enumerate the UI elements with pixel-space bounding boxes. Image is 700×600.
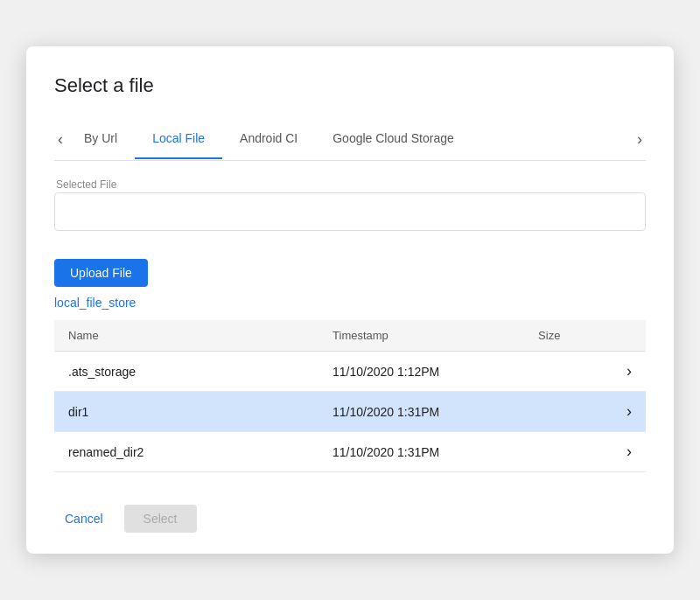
tab-android-ci[interactable]: Android CI bbox=[222, 119, 315, 159]
cell-timestamp: 11/10/2020 1:31PM bbox=[318, 432, 524, 472]
table-row[interactable]: .ats_storage 11/10/2020 1:12PM › bbox=[54, 352, 646, 392]
cell-chevron: › bbox=[612, 352, 646, 392]
content-area: Selected File Upload File local_file_sto… bbox=[54, 161, 646, 484]
cell-name: .ats_storage bbox=[54, 352, 318, 392]
cell-name: dir1 bbox=[54, 392, 318, 432]
tabs-prev-arrow[interactable]: ‹ bbox=[54, 118, 66, 160]
cell-size bbox=[524, 352, 612, 392]
dialog-footer: Cancel Select bbox=[54, 484, 646, 533]
table-header-row: Name Timestamp Size bbox=[54, 320, 646, 352]
tab-by-url[interactable]: By Url bbox=[66, 119, 135, 159]
breadcrumb-link[interactable]: local_file_store bbox=[54, 296, 646, 310]
tabs-list: By Url Local File Android CI Google Clou… bbox=[66, 119, 634, 159]
file-table: Name Timestamp Size .ats_storage 11/10/2… bbox=[54, 320, 646, 472]
column-header-name: Name bbox=[54, 320, 318, 352]
cancel-button[interactable]: Cancel bbox=[54, 505, 114, 533]
cell-size bbox=[524, 392, 612, 432]
cell-size bbox=[524, 432, 612, 472]
cell-name: renamed_dir2 bbox=[54, 432, 318, 472]
column-header-size: Size bbox=[524, 320, 612, 352]
column-header-arrow bbox=[612, 320, 646, 352]
tab-local-file[interactable]: Local File bbox=[135, 119, 222, 159]
selected-file-field-wrapper: Selected File bbox=[54, 178, 646, 245]
table-row[interactable]: dir1 11/10/2020 1:31PM › bbox=[54, 392, 646, 432]
select-file-dialog: Select a file ‹ By Url Local File Androi… bbox=[26, 46, 674, 554]
selected-file-label: Selected File bbox=[54, 178, 646, 191]
upload-file-button[interactable]: Upload File bbox=[54, 259, 148, 287]
cell-chevron: › bbox=[612, 392, 646, 432]
table-row[interactable]: renamed_dir2 11/10/2020 1:31PM › bbox=[54, 432, 646, 472]
tabs-container: ‹ By Url Local File Android CI Google Cl… bbox=[54, 118, 646, 161]
tabs-next-arrow[interactable]: › bbox=[634, 118, 646, 160]
cell-timestamp: 11/10/2020 1:31PM bbox=[318, 392, 524, 432]
select-button[interactable]: Select bbox=[124, 505, 197, 533]
cell-timestamp: 11/10/2020 1:12PM bbox=[318, 352, 524, 392]
selected-file-input[interactable] bbox=[54, 192, 646, 231]
cell-chevron: › bbox=[612, 432, 646, 472]
dialog-title: Select a file bbox=[54, 74, 646, 97]
column-header-timestamp: Timestamp bbox=[318, 320, 524, 352]
tab-google-cloud-storage[interactable]: Google Cloud Storage bbox=[315, 119, 472, 159]
